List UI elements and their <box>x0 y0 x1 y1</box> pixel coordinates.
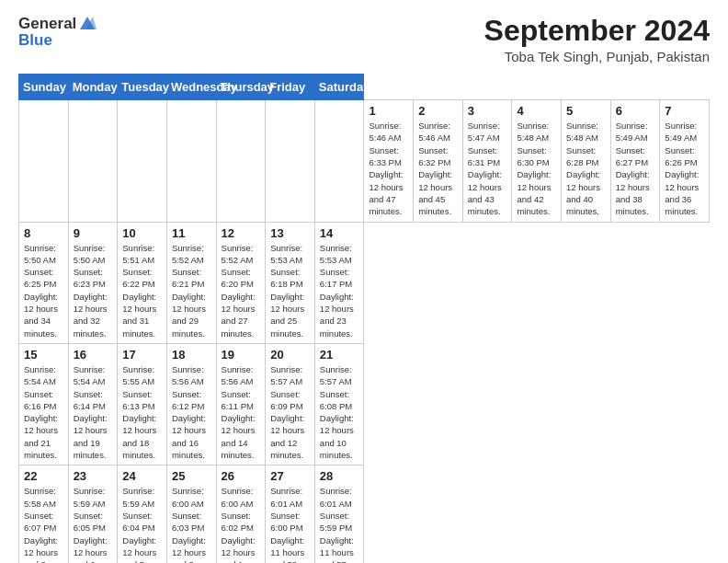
sunset-text: Sunset: 6:05 PM <box>74 511 106 533</box>
day-number: 20 <box>270 348 310 362</box>
day-info: Sunrise: 6:00 AMSunset: 6:02 PMDaylight:… <box>222 485 261 563</box>
sunrise-text: Sunrise: 5:48 AM <box>566 121 598 143</box>
day-info: Sunrise: 5:57 AMSunset: 6:09 PMDaylight:… <box>270 363 310 461</box>
day-cell-22: 22Sunrise: 5:58 AMSunset: 6:07 PMDayligh… <box>19 465 69 563</box>
empty-cell <box>118 100 167 222</box>
sunset-text: Sunset: 6:28 PM <box>566 145 598 167</box>
day-cell-17: 17Sunrise: 5:55 AMSunset: 6:13 PMDayligh… <box>118 343 167 465</box>
sunset-text: Sunset: 6:26 PM <box>665 145 697 167</box>
day-number: 1 <box>369 104 408 118</box>
sunset-text: Sunset: 6:20 PM <box>222 267 254 289</box>
sunrise-text: Sunrise: 5:46 AM <box>369 121 401 143</box>
sunrise-text: Sunrise: 5:59 AM <box>122 486 154 508</box>
sunrise-text: Sunrise: 5:52 AM <box>222 243 254 265</box>
day-info: Sunrise: 5:55 AMSunset: 6:13 PMDaylight:… <box>122 363 162 461</box>
day-info: Sunrise: 5:48 AMSunset: 6:30 PMDaylight:… <box>517 120 556 217</box>
day-cell-6: 6Sunrise: 5:49 AMSunset: 6:27 PMDaylight… <box>610 100 660 222</box>
empty-cell <box>68 100 118 222</box>
daylight-text: Daylight: 12 hours and 25 minutes. <box>270 292 304 339</box>
day-info: Sunrise: 5:58 AMSunset: 6:07 PMDaylight:… <box>24 485 63 563</box>
sunset-text: Sunset: 6:17 PM <box>320 267 352 289</box>
daylight-text: Daylight: 12 hours and 1 minute. <box>222 535 256 564</box>
sunset-text: Sunset: 6:07 PM <box>24 511 56 533</box>
empty-cell <box>314 100 364 222</box>
sunset-text: Sunset: 6:23 PM <box>74 267 106 289</box>
sunset-text: Sunset: 6:32 PM <box>418 145 450 167</box>
sunrise-text: Sunrise: 5:49 AM <box>616 121 648 143</box>
day-cell-14: 14Sunrise: 5:53 AMSunset: 6:17 PMDayligh… <box>314 222 364 343</box>
sunrise-text: Sunrise: 5:54 AM <box>74 364 106 386</box>
day-cell-18: 18Sunrise: 5:56 AMSunset: 6:12 PMDayligh… <box>166 343 216 465</box>
day-number: 24 <box>122 469 162 483</box>
day-info: Sunrise: 5:57 AMSunset: 6:08 PMDaylight:… <box>320 363 359 461</box>
day-number: 21 <box>320 348 359 362</box>
daylight-text: Daylight: 12 hours and 31 minutes. <box>122 292 156 339</box>
day-cell-10: 10Sunrise: 5:51 AMSunset: 6:22 PMDayligh… <box>118 222 167 343</box>
calendar-week-4: 22Sunrise: 5:58 AMSunset: 6:07 PMDayligh… <box>19 465 710 563</box>
day-number: 22 <box>24 469 63 483</box>
sunrise-text: Sunrise: 5:49 AM <box>665 121 697 143</box>
weekday-header-saturday: Saturday <box>314 75 364 100</box>
day-number: 26 <box>222 469 261 483</box>
day-number: 14 <box>320 226 359 240</box>
day-cell-8: 8Sunrise: 5:50 AMSunset: 6:25 PMDaylight… <box>19 222 69 343</box>
daylight-text: Daylight: 12 hours and 8 minutes. <box>24 535 58 564</box>
day-info: Sunrise: 5:46 AMSunset: 6:33 PMDaylight:… <box>369 120 408 217</box>
day-number: 13 <box>270 226 310 240</box>
daylight-text: Daylight: 12 hours and 32 minutes. <box>74 292 108 339</box>
sunset-text: Sunset: 6:03 PM <box>172 511 204 533</box>
day-cell-26: 26Sunrise: 6:00 AMSunset: 6:02 PMDayligh… <box>216 465 266 563</box>
calendar-header-row: SundayMondayTuesdayWednesdayThursdayFrid… <box>19 75 710 100</box>
sunrise-text: Sunrise: 5:53 AM <box>270 243 302 265</box>
day-number: 5 <box>566 104 606 118</box>
empty-cell <box>216 100 266 222</box>
day-info: Sunrise: 5:53 AMSunset: 6:17 PMDaylight:… <box>320 242 359 339</box>
calendar-week-1: 1Sunrise: 5:46 AMSunset: 6:33 PMDaylight… <box>19 100 710 222</box>
sunrise-text: Sunrise: 5:56 AM <box>172 364 204 386</box>
daylight-text: Daylight: 12 hours and 3 minutes. <box>172 535 206 564</box>
day-number: 28 <box>320 469 359 483</box>
logo-general-text: General <box>18 15 76 33</box>
sunrise-text: Sunrise: 6:01 AM <box>320 486 352 508</box>
daylight-text: Daylight: 12 hours and 34 minutes. <box>24 292 58 339</box>
calendar-week-3: 15Sunrise: 5:54 AMSunset: 6:16 PMDayligh… <box>19 343 710 465</box>
sunset-text: Sunset: 6:12 PM <box>172 389 204 411</box>
sunrise-text: Sunrise: 5:59 AM <box>74 486 106 508</box>
day-info: Sunrise: 5:54 AMSunset: 6:14 PMDaylight:… <box>74 363 113 461</box>
daylight-text: Daylight: 12 hours and 40 minutes. <box>566 169 600 216</box>
daylight-text: Daylight: 12 hours and 42 minutes. <box>517 169 551 216</box>
empty-cell <box>19 100 69 222</box>
day-cell-11: 11Sunrise: 5:52 AMSunset: 6:21 PMDayligh… <box>166 222 216 343</box>
sunrise-text: Sunrise: 5:51 AM <box>122 243 154 265</box>
daylight-text: Daylight: 12 hours and 6 minutes. <box>74 535 108 564</box>
day-number: 10 <box>122 226 162 240</box>
weekday-header-sunday: Sunday <box>19 75 69 100</box>
daylight-text: Daylight: 11 hours and 57 minutes. <box>320 535 354 564</box>
daylight-text: Daylight: 11 hours and 59 minutes. <box>270 535 304 564</box>
sunrise-text: Sunrise: 5:48 AM <box>517 121 549 143</box>
day-cell-1: 1Sunrise: 5:46 AMSunset: 6:33 PMDaylight… <box>364 100 414 222</box>
day-info: Sunrise: 5:53 AMSunset: 6:18 PMDaylight:… <box>270 242 310 339</box>
weekday-header-wednesday: Wednesday <box>166 75 216 100</box>
day-info: Sunrise: 6:00 AMSunset: 6:03 PMDaylight:… <box>172 485 211 563</box>
day-cell-2: 2Sunrise: 5:46 AMSunset: 6:32 PMDaylight… <box>414 100 463 222</box>
sunset-text: Sunset: 6:21 PM <box>172 267 204 289</box>
weekday-header-monday: Monday <box>68 75 118 100</box>
sunset-text: Sunset: 6:30 PM <box>517 145 549 167</box>
day-cell-16: 16Sunrise: 5:54 AMSunset: 6:14 PMDayligh… <box>68 343 118 465</box>
day-cell-12: 12Sunrise: 5:52 AMSunset: 6:20 PMDayligh… <box>216 222 266 343</box>
day-number: 19 <box>222 348 261 362</box>
sunset-text: Sunset: 6:11 PM <box>222 389 254 411</box>
day-info: Sunrise: 5:50 AMSunset: 6:25 PMDaylight:… <box>24 242 63 339</box>
day-number: 11 <box>172 226 211 240</box>
page: General Blue September 2024 Toba Tek Sin… <box>0 0 728 563</box>
day-cell-13: 13Sunrise: 5:53 AMSunset: 6:18 PMDayligh… <box>266 222 315 343</box>
sunset-text: Sunset: 6:33 PM <box>369 145 401 167</box>
sunrise-text: Sunrise: 5:50 AM <box>24 243 56 265</box>
daylight-text: Daylight: 12 hours and 36 minutes. <box>665 169 699 216</box>
logo: General Blue <box>18 15 97 50</box>
day-info: Sunrise: 5:52 AMSunset: 6:21 PMDaylight:… <box>172 242 211 339</box>
day-info: Sunrise: 5:52 AMSunset: 6:20 PMDaylight:… <box>222 242 261 339</box>
day-number: 12 <box>222 226 261 240</box>
day-cell-15: 15Sunrise: 5:54 AMSunset: 6:16 PMDayligh… <box>19 343 69 465</box>
